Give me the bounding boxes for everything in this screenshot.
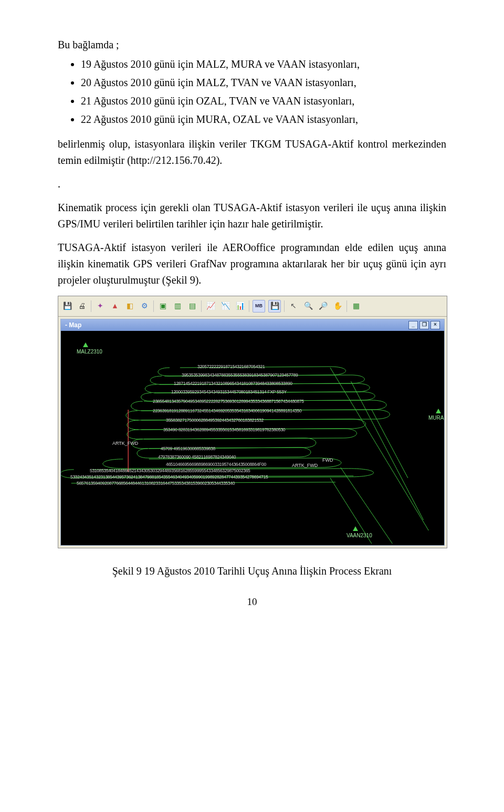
toolbar-separator: [91, 300, 91, 312]
bullet-list: 19 Ağustos 2010 günü için MALZ, MURA ve …: [58, 56, 446, 128]
numline: 3558382717500062884953924434327601838215…: [166, 417, 264, 424]
map-canvas[interactable]: MALZ2310 MURA231 VAAN2310 ARTK_FWD ARTK_…: [61, 331, 444, 545]
config-icon[interactable]: ✦: [94, 300, 106, 312]
minimize-button[interactable]: _: [408, 321, 418, 329]
paragraph-kinematic: Kinematik process için gerekli olan TUSA…: [58, 200, 446, 232]
layers-icon[interactable]: ◧: [124, 300, 135, 312]
intro-line: Bu bağlamda ;: [58, 37, 446, 53]
station-tri-malz: [83, 342, 88, 347]
flag2-icon[interactable]: ▥: [172, 300, 183, 312]
map-window: - Map _ ❐ ×: [60, 319, 445, 546]
numline: 1287145422191871343210896543418108739484…: [174, 380, 292, 387]
page-number: 10: [58, 594, 446, 609]
map-title-text: - Map: [65, 320, 81, 330]
window-buttons: _ ❐ ×: [408, 321, 440, 329]
mb-icon[interactable]: MB: [253, 300, 265, 313]
numline: 1200033959293454343493153445708018345131…: [171, 389, 287, 395]
graph3-icon[interactable]: 📊: [234, 300, 246, 312]
toolbar-separator: [249, 300, 249, 312]
numline: 45709 495196300885339838: [161, 445, 215, 452]
disk-save-icon[interactable]: 💾: [268, 300, 281, 313]
process-icon[interactable]: ⚙: [139, 300, 150, 312]
plot-icon[interactable]: ▲: [109, 300, 121, 312]
graph2-icon[interactable]: 📉: [219, 300, 231, 312]
stray-dot: .: [58, 176, 446, 192]
bullet-item: 21 Ağustos 2010 günü için OZAL, TVAN ve …: [81, 93, 446, 109]
artk-fwd-mid-label: ARTK_FWD: [292, 462, 318, 470]
figure-caption: Şekil 9 19 Ağustos 2010 Tarihli Uçuş Anı…: [58, 563, 446, 579]
app-toolbar: 💾 🖨 ✦ ▲ ◧ ⚙ ▣ ▥ ▤ 📈 📉 📊 MB 💾 ↖ 🔍 🔎 ✋ ▦: [58, 296, 447, 317]
zoom-out-icon[interactable]: 🔎: [317, 300, 329, 312]
close-button[interactable]: ×: [430, 321, 440, 329]
map-titlebar: - Map _ ❐ ×: [61, 319, 444, 331]
document-page: Bu bağlamda ; 19 Ağustos 2010 günü için …: [0, 0, 504, 641]
numline: 2236391819128891167324551434692053535431…: [153, 408, 301, 414]
fwd-right-label: FWD: [322, 457, 333, 464]
toolbar-separator: [284, 300, 285, 312]
toolbar-separator: [201, 300, 202, 312]
flag3-icon[interactable]: ▤: [186, 300, 198, 312]
numline: 5657613594092087766856448446131082331644…: [77, 480, 235, 487]
pointer-icon[interactable]: ↖: [288, 300, 299, 312]
bullet-item: 22 Ağustos 2010 günü için MURA, OZAL ve …: [81, 111, 446, 128]
grafnav-screenshot: 💾 🖨 ✦ ▲ ◧ ⚙ ▣ ▥ ▤ 📈 📉 📊 MB 💾 ↖ 🔍 🔎 ✋ ▦: [58, 296, 447, 548]
numline: 32057222229187154321687054321: [197, 363, 265, 370]
bullet-item: 19 Ağustos 2010 günü için MALZ, MURA ve …: [81, 56, 446, 72]
print-icon[interactable]: 🖨: [76, 300, 88, 312]
toolbar-separator: [153, 300, 154, 312]
save-icon[interactable]: 💾: [61, 300, 73, 312]
numline: 2385548134357904953489522228275369301289…: [153, 398, 304, 405]
toolbar-separator: [346, 300, 347, 312]
station-label-vaan: VAAN2310: [346, 532, 372, 540]
flag1-icon[interactable]: ▣: [157, 300, 169, 312]
zoom-in-icon[interactable]: 🔍: [302, 300, 314, 312]
station-label-malz: MALZ2310: [77, 348, 102, 356]
bullet-item: 20 Ağustos 2010 günü için MALZ, TVAN ve …: [81, 75, 446, 91]
artk-fwd-label: ARTK_FWD: [112, 440, 138, 447]
station-tri-mura: [436, 409, 441, 413]
graph1-icon[interactable]: 📈: [205, 300, 216, 312]
station-tri-vaan: [353, 526, 358, 531]
paragraph-grafnav: TUSAGA-Aktif istasyon verileri ile AEROo…: [58, 240, 446, 288]
numline: 47978387360090 4582116987824349040: [158, 454, 236, 461]
grid-icon[interactable]: ▦: [350, 300, 362, 312]
numline: 353490 828319436288945533550153458169331…: [163, 426, 285, 433]
maximize-button[interactable]: ❐: [419, 321, 429, 329]
numline: 3953535399834348788355355538391834538790…: [182, 372, 298, 379]
pan-icon[interactable]: ✋: [332, 300, 343, 312]
paragraph-source: belirlenmiş olup, istasyonlara ilişkin v…: [58, 136, 446, 169]
station-label-mura: MURA231: [428, 414, 445, 422]
